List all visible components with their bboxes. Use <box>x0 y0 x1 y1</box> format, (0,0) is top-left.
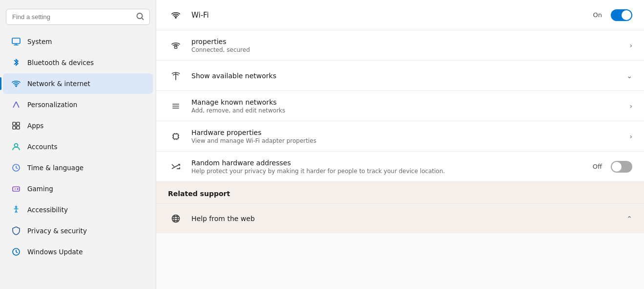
setting-row-hardware-properties[interactable]: Hardware properties View and manage Wi-F… <box>156 121 644 152</box>
system-icon <box>11 36 21 47</box>
svg-line-37 <box>172 164 174 167</box>
globe-icon <box>168 211 184 226</box>
svg-rect-22 <box>175 46 177 48</box>
sidebar-item-label-apps: Apps <box>27 122 43 130</box>
sidebar-item-label-system: System <box>27 38 52 45</box>
sidebar-item-system[interactable]: System <box>3 31 153 52</box>
wifi-row[interactable]: Wi-Fi On <box>156 0 644 30</box>
network-icon <box>11 78 21 89</box>
sidebar-item-personalization[interactable]: Personalization <box>3 94 153 115</box>
svg-point-18 <box>16 206 17 208</box>
chevron-right-icon: › <box>629 42 632 49</box>
search-container <box>6 9 150 25</box>
list-icon <box>168 98 184 114</box>
setting-row-sub-hardware-properties: View and manage Wi-Fi adapter properties <box>191 137 629 144</box>
chip-icon <box>168 129 184 144</box>
setting-row-show-networks[interactable]: Show available networks ⌄ <box>156 61 644 91</box>
sidebar-item-label-privacy: Privacy & security <box>27 227 87 235</box>
svg-rect-10 <box>13 126 16 129</box>
setting-row-random-addresses[interactable]: Random hardware addresses Help protect y… <box>156 152 644 182</box>
sidebar-item-label-gaming: Gaming <box>27 185 53 193</box>
help-title-help-web: Help from the web <box>191 215 626 222</box>
sidebar-item-label-bluetooth: Bluetooth & devices <box>27 59 94 67</box>
wifi-toggle[interactable] <box>611 9 632 21</box>
setting-row-content-properties: properties Connected, secured <box>191 38 629 53</box>
setting-row-title-random-addresses: Random hardware addresses <box>191 159 593 167</box>
svg-point-21 <box>175 17 176 18</box>
setting-row-right-manage-networks: › <box>629 102 632 110</box>
svg-line-7 <box>16 102 19 108</box>
gaming-icon <box>11 183 21 194</box>
setting-row-content-hardware-properties: Hardware properties View and manage Wi-F… <box>191 129 629 144</box>
related-support-header: Related support <box>156 182 644 204</box>
setting-row-title-manage-networks: Manage known networks <box>191 98 629 106</box>
related-support-title: Related support <box>168 190 230 198</box>
toggle-label-random-addresses: Off <box>593 163 602 170</box>
setting-row-manage-networks[interactable]: Manage known networks Add, remove, and e… <box>156 91 644 121</box>
wifi-toggle-label: On <box>593 11 602 19</box>
sidebar-item-bluetooth[interactable]: Bluetooth & devices <box>3 52 153 73</box>
update-icon <box>11 246 21 257</box>
setting-row-title-properties: properties <box>191 38 629 45</box>
sidebar-item-label-time: Time & language <box>27 164 83 172</box>
svg-point-5 <box>16 86 17 87</box>
chevron-right-icon: › <box>629 133 632 140</box>
sidebar-item-label-personalization: Personalization <box>27 101 77 109</box>
svg-rect-27 <box>173 134 178 139</box>
help-rows: Help from the web ⌃ <box>156 204 644 233</box>
wifi-icon <box>168 7 184 23</box>
sidebar-item-accounts[interactable]: Accounts <box>3 136 153 157</box>
sidebar-item-network[interactable]: Network & internet <box>3 73 153 94</box>
chevron-down-icon: ⌄ <box>626 72 632 80</box>
apps-icon <box>11 120 21 131</box>
setting-row-sub-manage-networks: Add, remove, and edit networks <box>191 107 629 114</box>
setting-row-title-show-networks: Show available networks <box>191 72 626 80</box>
privacy-icon <box>11 225 21 236</box>
sidebar-nav: System Bluetooth & devices Network & int… <box>0 31 156 263</box>
wifi-title: Wi-Fi <box>191 11 593 20</box>
svg-line-6 <box>13 102 16 108</box>
search-input[interactable] <box>6 9 150 25</box>
svg-point-17 <box>17 189 18 190</box>
antenna-icon <box>168 68 184 84</box>
setting-row-sub-random-addresses: Help protect your privacy by making it h… <box>191 168 593 175</box>
svg-rect-9 <box>17 122 20 125</box>
setting-row-properties[interactable]: properties Connected, secured › <box>156 30 644 61</box>
setting-row-content-manage-networks: Manage known networks Add, remove, and e… <box>191 98 629 114</box>
svg-rect-11 <box>17 126 20 129</box>
toggle-random-addresses[interactable] <box>611 161 632 173</box>
bluetooth-icon <box>11 57 21 68</box>
sidebar-item-label-update: Windows Update <box>27 248 83 256</box>
sidebar-item-label-network: Network & internet <box>27 80 90 88</box>
sidebar-item-update[interactable]: Windows Update <box>3 242 153 262</box>
sidebar: System Bluetooth & devices Network & int… <box>0 0 156 289</box>
wifi-toggle-thumb <box>622 10 631 20</box>
chevron-up-icon: ⌃ <box>626 215 632 222</box>
sidebar-item-apps[interactable]: Apps <box>3 115 153 136</box>
sidebar-item-gaming[interactable]: Gaming <box>3 178 153 199</box>
toggle-thumb-random-addresses <box>612 162 622 172</box>
main-content: Wi-Fi On properties Connected, secured ›… <box>156 0 644 289</box>
shuffle-icon <box>168 159 184 175</box>
svg-rect-14 <box>13 187 20 191</box>
accounts-icon <box>11 141 21 152</box>
setting-row-right-random-addresses: Off <box>593 161 632 173</box>
svg-rect-8 <box>13 122 16 125</box>
sidebar-item-label-accounts: Accounts <box>27 143 58 151</box>
sidebar-item-label-accessibility: Accessibility <box>27 206 68 214</box>
personalization-icon <box>11 99 21 110</box>
sidebar-item-accessibility[interactable]: Accessibility <box>3 200 153 220</box>
setting-row-content-random-addresses: Random hardware addresses Help protect y… <box>191 159 593 175</box>
setting-row-right-properties: › <box>629 42 632 49</box>
setting-row-title-hardware-properties: Hardware properties <box>191 129 629 136</box>
time-icon <box>11 162 21 173</box>
sidebar-item-privacy[interactable]: Privacy & security <box>3 221 153 241</box>
setting-row-content-show-networks: Show available networks <box>191 72 626 80</box>
chevron-right-icon: › <box>629 102 632 110</box>
setting-row-sub-properties: Connected, secured <box>191 46 629 53</box>
sidebar-item-time[interactable]: Time & language <box>3 157 153 178</box>
wifi-toggle-container: On <box>593 9 632 21</box>
wifi-lock-icon <box>168 38 184 53</box>
help-row-help-web[interactable]: Help from the web ⌃ <box>156 204 644 233</box>
svg-rect-2 <box>12 38 20 44</box>
